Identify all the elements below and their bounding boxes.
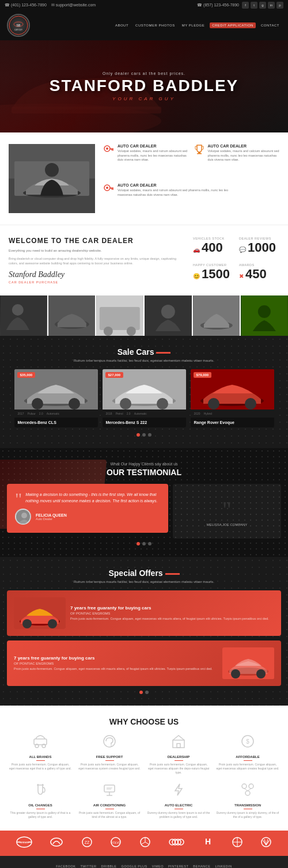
feature-2-desc: Volutpat sodales, mauris and calcium abs… [208,149,280,162]
feature-3: Auto car dealer Volutpat sodales, mauris… [104,183,242,213]
feature-2-text: Auto car dealer Volutpat sodales, mauris… [208,144,280,162]
svg-point-76 [245,791,250,795]
why-dealership-title: DEALERSHIP [147,755,210,759]
logo[interactable]: SB CAR GUY [7,14,30,37]
why-affordable-title: AFFORDABLE [216,755,279,759]
linkedin-icon[interactable]: in [268,2,275,9]
svg-rect-5 [12,107,161,113]
author-info: FELICIA QUEEN Auto Dealer [36,513,67,521]
nav-my-pledge[interactable]: MY PLEDGE [180,22,206,28]
test-dot-3[interactable] [148,542,151,545]
feature-3-text: Auto car dealer Volutpat sodales, mauris… [118,183,242,197]
offers-desc: Rutrum orbe tempus mauris facilisi, leo … [7,580,281,583]
car-3-specs: 2020 Hybrid [191,410,274,418]
footer-linkedin[interactable]: LINKEDIN [215,865,232,868]
phone-1: ☎ (401) 123-456-7890 [5,3,47,7]
car-2-transmission: Automatic [134,412,147,415]
footer-vimeo[interactable]: VIMEO [152,865,164,868]
welcome-section: WELCOME TO THE CAR DEALER Everything you… [0,225,288,295]
stat-reviews-number: 💬1000 [239,241,279,254]
stat-awards-value: 450 [245,267,267,281]
stat-customers-number: 😊1500 [193,268,233,281]
svg-point-75 [249,784,253,789]
header: SB CAR GUY ABOUT CUSTOMER PHOTOS MY PLED… [0,10,288,40]
dot-1[interactable] [137,433,140,437]
why-header: WHY CHOOSE US [9,717,279,726]
svg-point-47 [208,398,219,410]
nav-credit-application[interactable]: CREDIT APPLICATION [210,22,256,28]
nav-about[interactable]: ABOUT [113,22,130,28]
why-item-transmission: TRANSMISSION Dummy dummy ipsum is simply… [216,782,279,819]
svg-text:CAR GUY: CAR GUY [14,29,22,31]
offer-1-content: 7 years free guaranty for buying cars of… [70,605,269,621]
signature-title: CAR DEALER PURCHASE [9,281,181,284]
svg-rect-15 [111,150,112,151]
svg-point-32 [161,305,175,319]
footer-googleplus[interactable]: GOOGLE PLUS [121,865,147,868]
welcome-title: WELCOME TO THE CAR DEALER [9,237,181,245]
offer-2-content: 7 years free guaranty for buying cars of… [14,655,218,672]
svg-point-58 [256,669,266,679]
about-features: Auto car dealer Volutpat sodales, mauris… [104,144,279,213]
googleplus-icon[interactable]: g [259,2,266,9]
author-name: FELICIA QUEEN [36,513,67,517]
svg-point-54 [48,619,57,628]
car-2-info: Mercedes-Benz S 222 [103,418,186,427]
nav-contact[interactable]: CONTACT [259,22,281,28]
footer-pinterest[interactable]: PINTEREST [168,865,188,868]
footer-dribble[interactable]: DRIBBLE [101,865,116,868]
offer-car-1-image [14,597,66,629]
main-nav: ABOUT CUSTOMER PHOTOS MY PLEDGE CREDIT A… [113,22,281,28]
cars-grid: $35,000 2017 Pulsar 2.0 Automatic Merced… [7,369,281,427]
support-icon [78,733,141,752]
why-dealership-line [175,760,183,761]
stat-customers-value: 1500 [202,267,230,281]
cars-section-desc: Rutrum orbe tempus mauris facilisi, leo … [7,359,281,362]
facebook-icon[interactable]: f [242,2,249,9]
svg-rect-21 [112,188,113,189]
welcome-stats: VEHICLES STOCK 🚗400 DEALER REVIEWS 💬1000… [193,237,279,284]
feature-2-title: Auto car dealer [208,144,280,148]
car-1-name: Pulsar [28,412,36,415]
why-affordable-text: Proin justo auto fermentum. Congue aliqu… [216,763,279,771]
svg-point-62 [104,736,115,747]
svg-line-78 [248,789,251,791]
car-image-1: $35,000 [14,369,98,410]
dealer-photo [9,144,95,213]
offer-dot-1[interactable] [139,691,143,694]
test-dot-1[interactable] [137,542,140,545]
stat-vehicles-value: 400 [202,240,223,255]
test-dot-2[interactable] [142,542,146,545]
offers-red-bar-icon [165,573,180,575]
feature-1-desc: Volutpat sodales, mauris and rutrum absu… [118,149,190,162]
car-1-year: 2017 [18,412,24,415]
brands-icon [9,733,72,752]
car-3-model: Range Rover Evoque [194,420,271,424]
footer-facebook[interactable]: FACEBOOK [56,865,75,868]
top-bar-contacts: ☎ (401) 123-456-7890 ✉ support@website.c… [5,3,96,7]
pinterest-icon[interactable]: p [276,2,283,9]
twitter-icon[interactable]: t [251,2,257,9]
why-oil-title: OIL CHANGES [9,803,72,807]
dot-3[interactable] [148,433,151,437]
oil-icon [9,782,72,801]
footer-twitter[interactable]: TWITTER [80,865,96,868]
logo-image: SB CAR GUY [7,14,30,37]
signature: Stanford Baddley [9,270,181,279]
dot-2[interactable] [142,433,146,437]
why-brands-text: Proin justo auto fermentum. Congue aliqu… [9,763,72,771]
svg-point-83 [51,838,62,846]
key-icon-1 [104,144,114,154]
footer-behance[interactable]: BEHANCE [193,865,210,868]
car-2-name: Petrol [116,412,123,415]
car-stat-icon: 🚗 [193,247,200,253]
nissan-logo: NISSAN [16,836,32,850]
offer-dot-2[interactable] [145,691,149,694]
ac-icon [78,782,141,801]
hero-subtitle: Only dealer cars at the best prices. [50,71,239,75]
hero-tagline: YOUR CAR GUY [50,96,239,101]
car-image-2: $27,000 [103,369,186,410]
nav-customer-photos[interactable]: CUSTOMER PHOTOS [134,22,177,28]
stat-reviews: DEALER REVIEWS 💬1000 [239,237,279,257]
why-item-affordable: $ AFFORDABLE Proin justo auto fermentum.… [216,733,279,775]
